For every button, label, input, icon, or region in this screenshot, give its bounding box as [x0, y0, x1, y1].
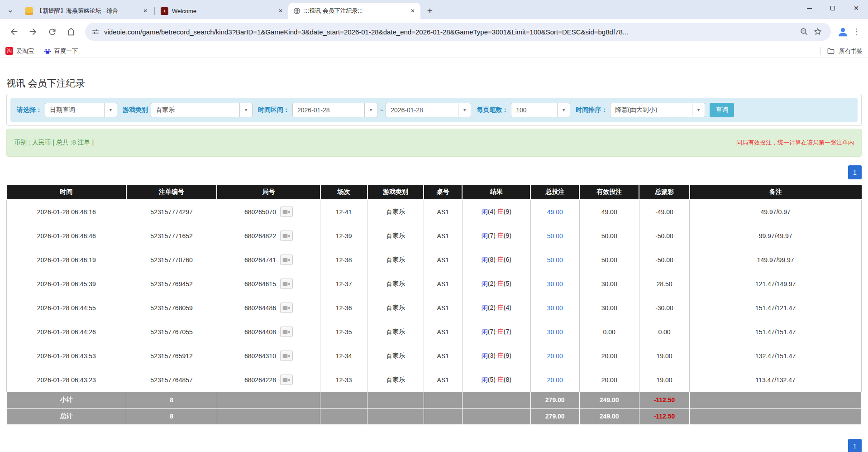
back-button[interactable]: [5, 22, 24, 41]
empty-cell: [462, 408, 530, 424]
chevron-down-icon[interactable]: ▼: [239, 103, 252, 117]
session-cell: 12-34: [320, 344, 367, 368]
view-video-button[interactable]: [280, 207, 293, 217]
banker-result: 庄: [497, 232, 504, 239]
browser-menu-button[interactable]: ⋮: [850, 27, 863, 37]
time-cell: 2026-01-28 06:44:55: [7, 296, 126, 320]
total-bet-amount[interactable]: 30.00: [547, 304, 563, 312]
time-cell: 2026-01-28 06:43:23: [7, 368, 126, 392]
close-button[interactable]: ✕: [844, 0, 868, 16]
session-cell: 12-36: [320, 296, 367, 320]
total-bet-amount[interactable]: 49.00: [547, 208, 563, 216]
tab-list: 【新提醒】海燕策略论坛 - 综合✕✦Welcome✕:::视讯 会员下注纪录::…: [21, 3, 420, 19]
round-number-cell: 680265070: [217, 200, 320, 224]
chevron-down-icon[interactable]: ▼: [364, 103, 377, 117]
tab-close-icon[interactable]: ✕: [141, 7, 149, 15]
forward-button[interactable]: [24, 22, 43, 41]
total-bet-amount[interactable]: 50.00: [547, 256, 563, 264]
sort-select[interactable]: 降冪(由大到小) ▼: [610, 103, 705, 117]
total-bet-amount[interactable]: 30.00: [547, 328, 563, 336]
summary-valid-bet-cell: 249.00: [579, 392, 639, 408]
game-type-cell: 百家乐: [367, 320, 424, 344]
round-number-cell: 680264408: [217, 320, 320, 344]
sort-label: 时间排序：: [576, 106, 607, 114]
remark-cell: 149.97/99.97: [690, 248, 862, 272]
game-type-cell: 百家乐: [367, 224, 424, 248]
tab-close-icon[interactable]: ✕: [409, 7, 417, 15]
browser-tab[interactable]: :::视讯 会员下注纪录:::✕: [288, 3, 420, 19]
remark-cell: 49.97/0.97: [690, 200, 862, 224]
column-header: 注单编号: [126, 185, 217, 200]
valid-bet-notice-text: 同局有效投注，统一计算在该局第一张注单内: [736, 139, 854, 147]
remark-cell: 99.97/49.97: [690, 224, 862, 248]
page-1-button[interactable]: 1: [848, 165, 862, 179]
view-video-button[interactable]: [280, 327, 293, 337]
result-cell: 闲(7) 庄(9): [462, 224, 530, 248]
view-video-button[interactable]: [280, 231, 293, 241]
summary-total-bet-cell: 279.00: [530, 392, 579, 408]
page-1-button[interactable]: 1: [848, 439, 862, 452]
total-bet-amount[interactable]: 20.00: [547, 376, 563, 384]
payout-cell: 19.00: [639, 368, 689, 392]
date-start-select[interactable]: 2026-01-28 ▼: [292, 103, 377, 117]
chevron-down-icon[interactable]: ▼: [104, 103, 117, 117]
divider: [820, 47, 821, 55]
chevron-down-icon[interactable]: ▼: [557, 103, 570, 117]
view-video-button[interactable]: [280, 351, 293, 361]
summary-label-cell: 总计: [7, 408, 126, 424]
chevron-down-icon[interactable]: ▼: [458, 103, 471, 117]
game-type-label: 游戏类别: [123, 106, 148, 114]
close-icon: ✕: [854, 5, 859, 12]
bookmark-item[interactable]: 百度一下: [44, 47, 78, 55]
new-tab-button[interactable]: +: [423, 4, 437, 18]
tab-close-icon[interactable]: ✕: [277, 7, 285, 15]
minimize-button[interactable]: [797, 0, 821, 16]
payout-cell: 19.00: [639, 344, 689, 368]
total-bet-amount[interactable]: 30.00: [547, 280, 563, 288]
banker-result: 庄: [497, 304, 504, 311]
zoom-button[interactable]: [797, 25, 811, 38]
query-type-select[interactable]: 日期查询 ▼: [45, 103, 117, 117]
video-camera-icon: [282, 305, 290, 311]
all-bookmarks-button[interactable]: 所有书签: [820, 47, 863, 55]
url-text[interactable]: videoie.com/game/betrecord_search/kind3?…: [104, 28, 793, 36]
total-bet-amount[interactable]: 20.00: [547, 352, 563, 360]
reload-button[interactable]: [43, 22, 62, 41]
profile-avatar-button[interactable]: [835, 24, 850, 39]
date-range-label: 时间区间：: [258, 106, 290, 114]
video-camera-icon: [282, 233, 290, 239]
total-bet-cell: 49.00: [530, 200, 579, 224]
search-button[interactable]: 查询: [710, 103, 734, 117]
per-page-select[interactable]: 100 ▼: [511, 103, 570, 117]
site-settings-icon[interactable]: [91, 28, 100, 36]
bet-number-cell: 523157768059: [126, 296, 217, 320]
browser-tab[interactable]: 【新提醒】海燕策略论坛 - 综合✕: [21, 3, 153, 19]
view-video-button[interactable]: [280, 375, 293, 385]
pagination-bottom: 1: [848, 439, 862, 452]
player-result: 闲: [482, 232, 488, 239]
view-video-button[interactable]: [280, 303, 293, 313]
bookmark-star-button[interactable]: [811, 25, 825, 38]
total-bet-cell: 50.00: [530, 248, 579, 272]
address-bar[interactable]: videoie.com/game/betrecord_search/kind3?…: [85, 23, 831, 41]
view-video-button[interactable]: [280, 255, 293, 265]
video-camera-icon: [282, 329, 290, 335]
chevron-down-icon[interactable]: ▼: [692, 103, 705, 117]
person-icon: [837, 26, 849, 38]
player-result: 闲: [482, 352, 488, 359]
maximize-button[interactable]: [821, 0, 844, 16]
view-video-button[interactable]: [280, 279, 293, 289]
bet-number-cell: 523157770760: [126, 248, 217, 272]
date-end-select[interactable]: 2026-01-28 ▼: [386, 103, 471, 117]
empty-cell: [320, 408, 367, 424]
bookmark-item[interactable]: 淘爱淘宝: [5, 47, 34, 55]
game-type-select[interactable]: 百家乐 ▼: [151, 103, 253, 117]
column-header: 局号: [217, 185, 320, 200]
browser-tab[interactable]: ✦Welcome✕: [156, 3, 288, 19]
column-header: 时间: [7, 185, 126, 200]
total-bet-cell: 50.00: [530, 224, 579, 248]
tab-search-button[interactable]: [0, 4, 21, 19]
total-bet-amount[interactable]: 50.00: [547, 232, 563, 240]
table-number-cell: AS1: [424, 296, 462, 320]
home-button[interactable]: [62, 22, 81, 41]
